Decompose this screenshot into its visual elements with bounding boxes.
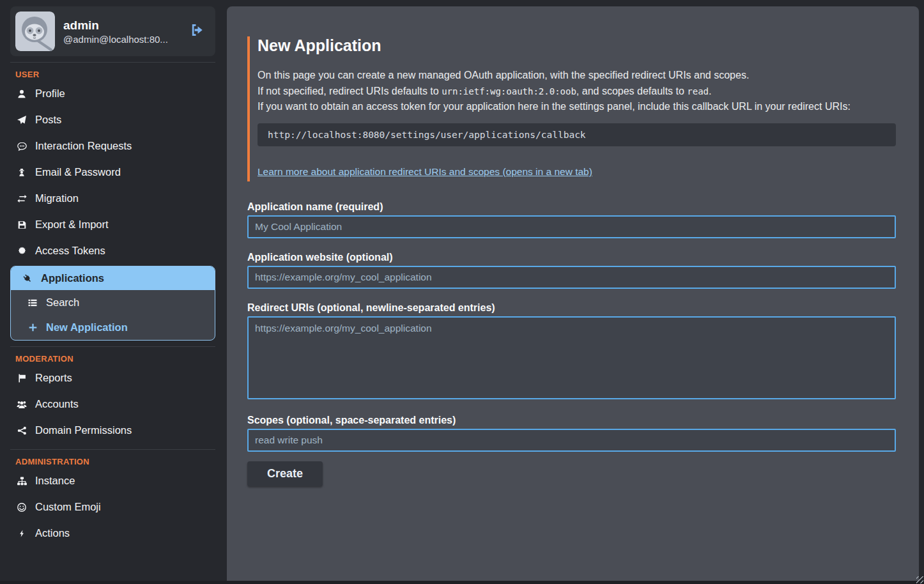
users-icon xyxy=(15,399,28,410)
sidebar-item-instance[interactable]: Instance xyxy=(10,468,215,494)
sidebar-item-label: Search xyxy=(46,296,79,309)
plus-icon xyxy=(26,322,39,333)
scopes-label: Scopes (optional, space-separated entrie… xyxy=(247,415,896,426)
sidebar-item-access-tokens[interactable]: Access Tokens xyxy=(10,238,215,264)
plug-icon xyxy=(21,273,34,284)
sidebar-item-profile[interactable]: Profile xyxy=(10,81,215,107)
flag-icon xyxy=(15,373,28,383)
sidebar-item-label: Posts xyxy=(35,114,61,126)
sidebar-item-migration[interactable]: Migration xyxy=(10,185,215,211)
field-application-name: Application name (required) xyxy=(247,201,896,238)
resize-grip[interactable] xyxy=(916,576,923,583)
list-icon xyxy=(26,297,39,308)
avatar xyxy=(15,12,55,51)
section-header-user: USER xyxy=(15,70,215,79)
sidebar-item-label: Actions xyxy=(35,527,70,539)
sidebar-item-reports[interactable]: Reports xyxy=(10,365,215,391)
share-nodes-icon xyxy=(15,425,28,436)
user-handle: @admin@localhost:80... xyxy=(63,34,180,45)
sidebar-item-label: Accounts xyxy=(35,398,79,410)
inline-code-read: read xyxy=(687,86,709,96)
field-redirect-uris: Redirect URIs (optional, newline-separat… xyxy=(247,302,896,399)
main-panel: New Application On this page you can cre… xyxy=(227,6,919,581)
inline-code-oob: urn:ietf:wg:oauth:2.0:oob xyxy=(442,86,576,96)
application-name-label: Application name (required) xyxy=(247,201,896,213)
sidebar-item-interaction-requests[interactable]: Interaction Requests xyxy=(10,133,215,159)
sidebar-item-custom-emoji[interactable]: Custom Emoji xyxy=(10,494,215,520)
divider xyxy=(10,62,215,63)
intro-line-2: If not specified, redirect URIs defaults… xyxy=(258,84,896,100)
sidebar-item-applications-search[interactable]: Search xyxy=(11,290,215,315)
sidebar-item-label: Email & Password xyxy=(35,166,121,178)
sidebar-item-applications[interactable]: Applications xyxy=(11,266,215,290)
divider xyxy=(10,449,215,450)
sidebar-item-email-password[interactable]: Email & Password xyxy=(10,159,215,185)
sidebar: admin @admin@localhost:80... USER Profil… xyxy=(0,0,227,584)
sidebar-item-actions[interactable]: Actions xyxy=(10,520,215,546)
certificate-seal-icon xyxy=(15,245,28,256)
sidebar-item-label: Export & Import xyxy=(35,219,109,231)
redirect-uris-textarea[interactable] xyxy=(247,316,896,399)
new-application-header-block: New Application On this page you can cre… xyxy=(247,36,896,181)
intro-line-1: On this page you can create a new manage… xyxy=(258,68,896,84)
sidebar-item-label: Migration xyxy=(35,192,79,204)
intro-line-3: If you want to obtain an access token fo… xyxy=(258,99,896,115)
sidebar-item-export-import[interactable]: Export & Import xyxy=(10,211,215,238)
sidebar-item-label: Interaction Requests xyxy=(35,140,132,152)
comment-dots-icon xyxy=(15,141,28,151)
divider xyxy=(10,346,215,347)
horizontal-scrollbar[interactable] xyxy=(0,581,924,584)
section-header-administration: ADMINISTRATION xyxy=(15,457,215,466)
settings-app: admin @admin@localhost:80... USER Profil… xyxy=(0,0,924,584)
logout-icon[interactable] xyxy=(189,22,205,40)
exchange-arrows-icon xyxy=(15,193,28,204)
sidebar-item-label: Applications xyxy=(41,272,104,284)
sidebar-item-label: Access Tokens xyxy=(35,245,105,257)
sidebar-item-label: Instance xyxy=(35,475,75,487)
paper-plane-icon xyxy=(15,114,28,125)
field-application-website: Application website (optional) xyxy=(247,252,896,289)
user-icon xyxy=(15,88,28,99)
callback-url-code-block: http://localhost:8080/settings/user/appl… xyxy=(258,123,896,146)
user-secret-icon xyxy=(15,167,28,178)
learn-more-link[interactable]: Learn more about application redirect UR… xyxy=(258,166,592,178)
smiley-icon xyxy=(15,502,28,512)
scopes-input[interactable] xyxy=(247,429,896,452)
intro-text: On this page you can create a new manage… xyxy=(258,68,896,115)
application-website-input[interactable] xyxy=(247,266,896,289)
sidebar-item-label: New Application xyxy=(46,321,128,334)
sidebar-item-label: Custom Emoji xyxy=(35,501,101,513)
sidebar-item-label: Domain Permissions xyxy=(35,424,132,436)
floppy-save-icon xyxy=(15,219,28,230)
section-header-moderation: MODERATION xyxy=(15,354,215,364)
sidebar-item-posts[interactable]: Posts xyxy=(10,107,215,133)
field-scopes: Scopes (optional, space-separated entrie… xyxy=(247,415,896,452)
user-card[interactable]: admin @admin@localhost:80... xyxy=(10,6,215,56)
applications-block: Applications Search New Application xyxy=(10,266,215,341)
user-meta: admin @admin@localhost:80... xyxy=(63,18,180,45)
page-title: New Application xyxy=(258,36,896,55)
create-button[interactable]: Create xyxy=(247,461,323,486)
sidebar-item-accounts[interactable]: Accounts xyxy=(10,391,215,417)
sidebar-item-domain-permissions[interactable]: Domain Permissions xyxy=(10,417,215,443)
sidebar-item-label: Reports xyxy=(35,372,72,384)
new-application-form: Application name (required) Application … xyxy=(247,201,896,486)
user-name: admin xyxy=(63,18,180,34)
sitemap-icon xyxy=(15,475,28,486)
redirect-uris-label: Redirect URIs (optional, newline-separat… xyxy=(247,302,896,314)
bolt-icon xyxy=(15,528,28,539)
application-name-input[interactable] xyxy=(247,215,896,238)
application-website-label: Application website (optional) xyxy=(247,252,896,263)
sidebar-item-label: Profile xyxy=(35,88,65,100)
sidebar-item-applications-new[interactable]: New Application xyxy=(11,315,215,340)
